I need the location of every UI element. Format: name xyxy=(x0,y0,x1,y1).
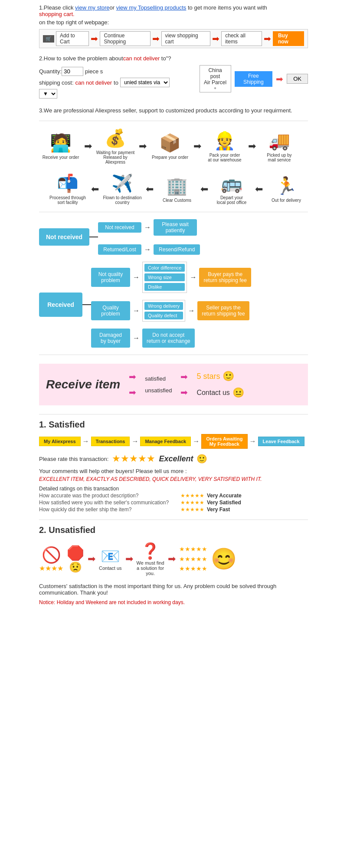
damaged-row: Damaged by buyer → Do not accept return … xyxy=(91,329,251,348)
sort-facility-icon: 📬 xyxy=(57,173,79,194)
section3: 3.We are professional Aliexpress seller,… xyxy=(39,107,308,114)
manage-feedback-step[interactable]: Manage Feedback xyxy=(140,437,191,446)
sat-outcomes-col: 5 stars 🙂 Contact us 😐 xyxy=(196,371,244,398)
proc-arrow-5: ⬅ xyxy=(255,184,263,195)
not-quality-label: Not quality problem xyxy=(91,268,130,287)
ratings-title: Detailed ratings on this transaction xyxy=(39,486,308,492)
free-shipping-box: Free Shipping xyxy=(235,71,273,87)
damaged-arrow: → xyxy=(133,334,140,342)
fb-arrow3: → xyxy=(193,437,200,445)
proc-label-9: Flown to destination country xyxy=(103,195,142,205)
divider3 xyxy=(39,355,308,355)
ok-button[interactable]: OK xyxy=(287,74,308,84)
continue-shopping-btn[interactable]: Continue Shopping xyxy=(100,31,150,46)
proc-step-5: 🚚 Picked up by mail service xyxy=(258,131,301,162)
china-post-box: China post Air Parcel ● xyxy=(200,65,231,92)
satisfied-section: 1. Satisfied My Aliexpress → Transaction… xyxy=(39,420,308,513)
unsat-arrow3: ➡ xyxy=(168,553,176,565)
rating-stars-1: ★★★★★ xyxy=(180,493,204,499)
email-group: 📧 Contact us xyxy=(99,547,122,571)
not-received-branch1: Not received → Please wait patiently xyxy=(98,219,200,236)
stop-icon: 🛑 xyxy=(67,545,84,561)
excellent-smiley: 🙂 xyxy=(196,454,207,464)
feedback-steps: My Aliexpress → Transactions → Manage Fe… xyxy=(39,434,308,449)
china-post-dot: ● xyxy=(203,85,227,90)
buy-now-btn[interactable]: Buy now xyxy=(273,31,304,46)
not-quality-arrow: → xyxy=(133,273,140,281)
view-topselling-link[interactable]: view my Topselling products xyxy=(116,4,187,11)
proc-step-9: ✈️ Flown to destination country xyxy=(101,173,144,205)
shipping-method-select[interactable]: ▼ xyxy=(39,89,57,99)
proc-label-3: Prepare your order xyxy=(152,155,188,160)
proc-label-7: Depart your local post office xyxy=(217,195,247,205)
my-aliexpress-step[interactable]: My Aliexpress xyxy=(39,437,81,446)
not-quality-arrow2: → xyxy=(190,273,196,281)
proc-arrow-8: ⬅ xyxy=(91,184,99,195)
sat-arrow-row2: ➡ xyxy=(129,387,136,398)
rating-table: Detailed ratings on this transaction How… xyxy=(39,486,308,513)
proc-arrow-2: ➡ xyxy=(139,141,147,152)
not-received-branches: Not received → Please wait patiently Ret… xyxy=(98,219,200,255)
sat-labels-col: satisfied unsatisfied xyxy=(145,375,172,394)
unsat-arrow1: ➡ xyxy=(88,553,95,565)
quality-label: Quality problem xyxy=(91,301,130,320)
no-return-box: Do not accept return or exchange xyxy=(142,329,195,348)
view-store-link[interactable]: view my store xyxy=(75,4,109,11)
orders-awaiting-step[interactable]: Orders Awaiting My Feedback xyxy=(201,434,247,449)
rating-row-3: How quickly did the seller ship the item… xyxy=(39,506,308,513)
final-smiley-group: 😊 xyxy=(211,547,237,571)
unhappy-face-icon: 😟 xyxy=(69,561,82,573)
rating-label-1: How accurate was the product description… xyxy=(39,493,178,499)
not-received-label: Not received xyxy=(98,222,141,233)
rating-row-2: How satisfied were you with the seller's… xyxy=(39,500,308,506)
country-select[interactable]: unied states via xyxy=(120,78,170,87)
proc-step-4: 👷 Pack your order at our warehouse xyxy=(203,131,246,162)
connector1 xyxy=(89,237,98,237)
shopping-cart-text: shopping cart. xyxy=(39,11,75,17)
satisfaction-section: Receive item ➡ ➡ satisfied unsatisfied ➡… xyxy=(39,364,308,405)
add-cart-btn[interactable]: Add to Cart xyxy=(56,31,89,46)
process-row1: 🧑‍💻 Receive your order ➡ 💰 Waiting for p… xyxy=(39,128,308,164)
not-quality-row: Not quality problem → Color difference W… xyxy=(91,262,251,293)
wait-patiently-box: Please wait patiently xyxy=(154,219,197,236)
process-row2: 🏃 Out for delivery ⬅ 🚌 Depart your local… xyxy=(39,173,308,205)
rating-stars-3: ★★★★★ xyxy=(180,506,204,513)
question-group: ❓ We must find a solution for you. xyxy=(137,542,164,576)
rating-label-3: How quickly did the seller ship the item… xyxy=(39,506,178,513)
section1: 1.Please click view my storeor view my T… xyxy=(39,4,308,48)
process-section: 🧑‍💻 Receive your order ➡ 💰 Waiting for p… xyxy=(39,128,308,205)
email-icon: 📧 xyxy=(101,547,120,566)
satisfaction-notice: Customers' satisfaction is the most impo… xyxy=(39,583,308,596)
wrong-size-box: Wrong size xyxy=(144,273,185,281)
buyer-pays-box: Buyer pays the return shipping fee xyxy=(199,268,251,287)
rating-stars-large: ★★★★★ xyxy=(112,453,155,464)
payment-icon: 💰 xyxy=(105,128,126,148)
unsatisfied-heading: 2. Unsatisfied xyxy=(39,525,308,535)
rating-desc-2: Very Satisfied xyxy=(207,500,241,506)
sat-outcome-arrows-col: ➡ ➡ xyxy=(180,372,188,398)
check-all-btn[interactable]: check all items xyxy=(221,31,262,46)
question-icon: ❓ xyxy=(141,542,160,560)
pickup-icon: 🚚 xyxy=(268,131,290,151)
receive-order-icon: 🧑‍💻 xyxy=(50,133,72,153)
delivery-icon: 🏃 xyxy=(275,176,297,196)
transactions-step[interactable]: Transactions xyxy=(91,437,130,446)
fb-arrow4: → xyxy=(249,437,256,445)
quantity-row: Quantity: piece s xyxy=(39,67,187,76)
arrow5-icon: ➡ xyxy=(276,74,283,84)
qty-input[interactable] xyxy=(62,67,83,76)
section1-intro: 1.Please click xyxy=(39,4,75,11)
proc-step-10: 📬 Processed through sort facility xyxy=(46,173,89,205)
satisfied-heading: 1. Satisfied xyxy=(39,420,308,430)
received-branches: Not quality problem → Color difference W… xyxy=(91,262,251,348)
proc-arrow-7: ⬅ xyxy=(146,184,154,195)
unsat-stars-display: ★★★★★★★★★★★★★★★ xyxy=(179,544,207,573)
view-cart-btn[interactable]: view shopping cart xyxy=(161,31,211,46)
quality-row: Quality problem → Wrong delivery Quality… xyxy=(91,300,251,322)
rating-label-2: How satisfied were you with the seller's… xyxy=(39,500,178,506)
arrow2-icon: ➡ xyxy=(152,33,160,44)
leave-feedback-step[interactable]: Leave Feedback xyxy=(258,437,304,446)
proc-step-3: 📦 Prepare your order xyxy=(148,133,192,160)
unsat-arrow2: ➡ xyxy=(125,553,133,565)
proc-label-8: Clear Customs xyxy=(163,198,191,203)
